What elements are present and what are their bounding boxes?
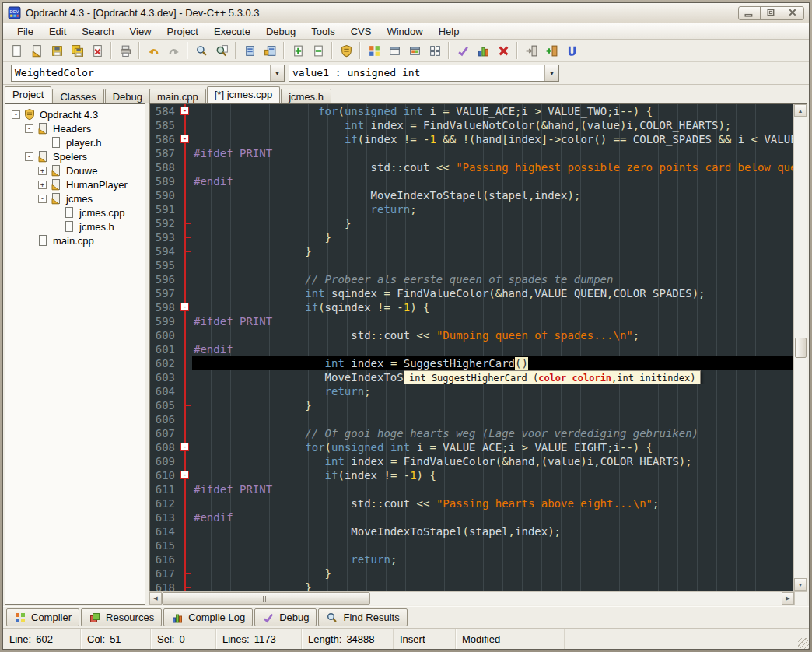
code-line-617[interactable]: 617 } — [150, 566, 793, 580]
code-area[interactable]: 584- for(unsigned int i = VALUE_ACE;i > … — [150, 104, 793, 591]
vertical-scroll-thumb[interactable] — [795, 338, 807, 358]
chevron-down-icon[interactable]: ▼ — [270, 65, 284, 81]
code-line-615[interactable]: 615 — [150, 538, 793, 552]
insert-snippet-button[interactable] — [260, 41, 280, 61]
menu-file[interactable]: File — [9, 24, 41, 39]
code-line-586[interactable]: 586- if(index != -1 && !(hand[index]->co… — [150, 132, 793, 146]
code-line-599[interactable]: 599#ifdef PRINT — [150, 314, 793, 328]
scroll-right-icon[interactable]: ▶ — [782, 592, 794, 605]
package-manager-button[interactable] — [425, 41, 445, 61]
menu-view[interactable]: View — [122, 24, 159, 39]
code-line-612[interactable]: 612 std::cout << "Passing hearts above e… — [150, 496, 793, 510]
code-text[interactable]: MoveIndexToStapel(stapel,index); — [192, 524, 793, 538]
code-text[interactable]: } — [192, 398, 793, 412]
code-text[interactable]: } — [192, 566, 793, 580]
fold-margin[interactable]: - — [178, 132, 192, 146]
new-project-button[interactable] — [364, 41, 384, 61]
sidebar-tab-project[interactable]: Project — [5, 86, 51, 103]
code-text[interactable]: std::cout << "Passing highest possible z… — [192, 160, 793, 174]
expand-icon[interactable]: + — [38, 167, 47, 175]
collapse-icon[interactable]: - — [38, 195, 47, 203]
restore-button[interactable] — [760, 6, 782, 20]
code-text[interactable]: #endif — [192, 510, 793, 524]
editor-tab-jcmes.h[interactable]: jcmes.h — [281, 89, 331, 103]
code-line-611[interactable]: 611#ifdef PRINT — [150, 482, 793, 496]
code-text[interactable]: return; — [192, 384, 793, 398]
code-text[interactable]: return; — [192, 552, 793, 566]
fold-margin[interactable]: - — [178, 440, 192, 454]
menu-search[interactable]: Search — [74, 24, 121, 39]
code-text[interactable] — [192, 258, 793, 272]
menu-cvs[interactable]: CVS — [343, 24, 380, 39]
chevron-down-icon[interactable]: ▼ — [544, 65, 558, 81]
close-button[interactable] — [782, 6, 804, 20]
code-text[interactable]: } — [192, 580, 793, 591]
fold-collapse-icon[interactable]: - — [180, 107, 189, 115]
fold-collapse-icon[interactable]: - — [180, 471, 189, 479]
menu-project[interactable]: Project — [159, 24, 206, 39]
code-line-607[interactable]: 607 // Of gooi hoge hearts weg (Lage voo… — [150, 426, 793, 440]
sidebar-tab-debug[interactable]: Debug — [105, 89, 150, 103]
horizontal-scrollbar[interactable]: ◀ ▶ — [149, 591, 794, 605]
fold-collapse-icon[interactable]: - — [180, 303, 189, 311]
new-source-button[interactable] — [6, 41, 26, 61]
code-text[interactable] — [192, 412, 793, 426]
collapse-icon[interactable]: - — [12, 110, 20, 119]
code-line-600[interactable]: 600 std::cout << "Dumping queen of spade… — [150, 328, 793, 342]
code-line-604[interactable]: 604 return; — [150, 384, 793, 398]
add-file-button[interactable] — [288, 41, 308, 61]
code-line-609[interactable]: 609 int index = FindValueColor(&hand,(va… — [150, 454, 793, 468]
fold-margin[interactable]: - — [178, 104, 192, 118]
code-line-616[interactable]: 616 return; — [150, 552, 793, 566]
code-line-601[interactable]: 601#endif — [150, 342, 793, 356]
editor-tab-main.cpp[interactable]: main.cpp — [149, 89, 206, 103]
abort-button[interactable] — [493, 41, 513, 61]
code-line-597[interactable]: 597 int sqindex = FindValueColor(&hand,V… — [150, 286, 793, 300]
title-bar[interactable]: DEV Opdracht 4.3 - [Opdracht 4.3.dev] - … — [3, 3, 809, 23]
remove-file-button[interactable] — [308, 41, 328, 61]
fold-margin[interactable]: - — [178, 300, 192, 314]
code-text[interactable]: return; — [192, 202, 793, 216]
code-line-605[interactable]: 605 } — [150, 398, 793, 412]
tree-node-opdracht-4-3[interactable]: -Opdracht 4.3 — [5, 107, 145, 121]
expand-icon[interactable]: + — [38, 181, 47, 189]
code-line-596[interactable]: 596 // Probeer als eerste queen of spade… — [150, 272, 793, 286]
sidebar-tab-classes[interactable]: Classes — [52, 89, 103, 103]
fold-margin[interactable]: - — [178, 468, 192, 482]
fold-collapse-icon[interactable]: - — [180, 135, 189, 143]
code-line-613[interactable]: 613#endif — [150, 510, 793, 524]
code-text[interactable]: if(index != -1 && !(hand[index]->color()… — [192, 132, 793, 146]
code-line-591[interactable]: 591 return; — [150, 202, 793, 216]
replace-button[interactable] — [212, 41, 232, 61]
save-all-button[interactable] — [67, 41, 87, 61]
project-options-button[interactable] — [404, 41, 425, 61]
code-line-598[interactable]: 598- if(sqindex != -1) { — [150, 300, 793, 314]
code-text[interactable]: // Probeer als eerste queen of spades te… — [192, 272, 793, 286]
menu-execute[interactable]: Execute — [206, 24, 258, 39]
code-text[interactable]: #endif — [192, 342, 793, 356]
report-tab-resources[interactable]: Resources — [81, 608, 162, 626]
rebuild-button[interactable] — [541, 41, 562, 61]
code-text[interactable]: int index = FindValueColor(&hand,(value)… — [192, 454, 793, 468]
menu-edit[interactable]: Edit — [41, 24, 74, 39]
tree-node-jcmes[interactable]: -jcmes — [5, 191, 145, 205]
code-text[interactable]: for(unsigned int i = VALUE_ACE;i > VALUE… — [192, 104, 793, 118]
report-tab-find-results[interactable]: Find Results — [318, 608, 407, 626]
compile-button[interactable] — [453, 41, 473, 61]
tree-node-jcmes-cpp[interactable]: jcmes.cpp — [5, 205, 145, 219]
tree-node-spelers[interactable]: -Spelers — [5, 149, 145, 163]
code-line-585[interactable]: 585 int index = FindValueNotColor(&hand,… — [150, 118, 793, 132]
member-browser-combo[interactable]: value1 : unsigned int ▼ — [289, 65, 559, 82]
code-text[interactable] — [192, 538, 793, 552]
vertical-scrollbar[interactable]: ▲ ▼ — [793, 104, 807, 591]
class-browser-combo[interactable]: WeightedColor ▼ — [11, 65, 285, 82]
scroll-up-icon[interactable]: ▲ — [794, 104, 807, 117]
undo-button[interactable] — [143, 41, 163, 61]
code-line-618[interactable]: 618 } — [150, 580, 793, 591]
debug-run-button[interactable] — [562, 41, 582, 61]
code-line-592[interactable]: 592 } — [150, 216, 793, 230]
code-line-610[interactable]: 610- if(index != -1) { — [150, 468, 793, 482]
fold-collapse-icon[interactable]: - — [180, 443, 189, 451]
menu-tools[interactable]: Tools — [303, 24, 342, 39]
code-line-590[interactable]: 590 MoveIndexToStapel(stapel,index); — [150, 188, 793, 202]
